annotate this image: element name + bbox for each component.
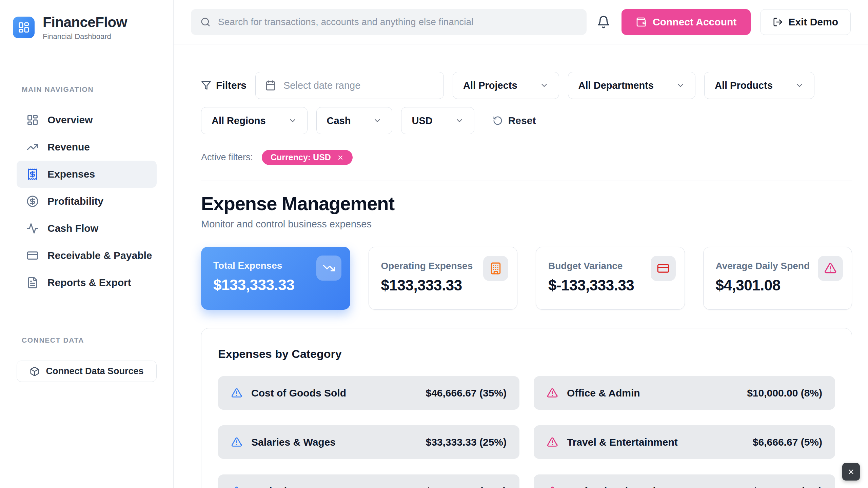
receipt-icon bbox=[26, 168, 39, 180]
filter-dropdown[interactable]: All Regions bbox=[201, 107, 308, 134]
reset-label: Reset bbox=[508, 115, 536, 126]
category-value: $46,666.67 (35%) bbox=[426, 387, 507, 399]
filter-row-2: All Regions Cash USD Reset bbox=[201, 107, 852, 134]
sidebar-nav: MAIN NAVIGATION Overview Revenue Expense… bbox=[0, 85, 173, 382]
metric-cards: Total Expenses $133,333.33 Operating Exp… bbox=[201, 247, 852, 310]
search-input[interactable] bbox=[218, 17, 577, 27]
date-range-placeholder: Select date range bbox=[283, 80, 360, 91]
expense-category-row: Marketing $20,000.00 (15%) bbox=[218, 474, 519, 488]
metric-icon-box bbox=[316, 256, 341, 281]
sidebar-item-expenses[interactable]: Expenses bbox=[17, 161, 157, 188]
box-icon bbox=[29, 366, 40, 377]
category-name: Cost of Goods Sold bbox=[251, 387, 346, 399]
expense-category-row: Office & Admin $10,000.00 (8%) bbox=[534, 376, 835, 410]
filter-icon bbox=[201, 80, 211, 90]
metric-card: Total Expenses $133,333.33 bbox=[201, 247, 350, 310]
bell-icon bbox=[597, 15, 610, 29]
filter-dropdown-value: Cash bbox=[327, 115, 351, 126]
calendar-icon bbox=[265, 80, 276, 91]
remove-filter-icon[interactable] bbox=[337, 154, 344, 161]
rotate-ccw-icon bbox=[493, 116, 503, 126]
notifications-button[interactable] bbox=[597, 15, 610, 29]
sidebar-item-label: Revenue bbox=[47, 141, 90, 153]
sidebar-item-revenue[interactable]: Revenue bbox=[17, 134, 157, 161]
alert-triangle-icon bbox=[231, 486, 242, 488]
category-value: $20,000.00 (15%) bbox=[426, 486, 507, 488]
search-icon bbox=[200, 17, 211, 27]
expense-category-row: Cost of Goods Sold $46,666.67 (35%) bbox=[218, 376, 519, 410]
exit-demo-button[interactable]: Exit Demo bbox=[760, 9, 851, 35]
alert-triangle-icon bbox=[231, 387, 242, 399]
filter-dropdown-value: All Regions bbox=[212, 115, 266, 126]
metric-card: Budget Variance $-133,333.33 bbox=[536, 247, 685, 310]
category-name: Office & Admin bbox=[567, 387, 640, 399]
connect-data-sources-button[interactable]: Connect Data Sources bbox=[17, 361, 157, 382]
page-content: Filters Select date range All Projects A… bbox=[174, 44, 868, 488]
alert-triangle-icon bbox=[547, 486, 558, 488]
sidebar-item-label: Overview bbox=[47, 114, 93, 126]
exit-demo-label: Exit Demo bbox=[788, 16, 838, 28]
activity-icon bbox=[26, 222, 39, 235]
sidebar-item-cash-flow[interactable]: Cash Flow bbox=[17, 215, 157, 242]
chevron-down-icon bbox=[373, 116, 382, 125]
sidebar-item-label: Profitability bbox=[47, 196, 103, 207]
active-filter-chip[interactable]: Currency: USD bbox=[262, 150, 353, 165]
chevron-down-icon bbox=[455, 116, 464, 125]
panel-title: Expenses by Category bbox=[218, 347, 835, 361]
search-bar[interactable] bbox=[191, 9, 587, 35]
section-divider bbox=[201, 181, 852, 181]
category-name: Travel & Entertainment bbox=[567, 436, 678, 448]
app-title: FinanceFlow bbox=[43, 14, 127, 30]
connect-account-button[interactable]: Connect Account bbox=[622, 9, 751, 35]
category-value: $33,333.33 (25%) bbox=[426, 436, 507, 448]
expense-category-row: Salaries & Wages $33,333.33 (25%) bbox=[218, 425, 519, 459]
app-root: FinanceFlow Financial Dashboard MAIN NAV… bbox=[0, 0, 868, 488]
building-icon bbox=[489, 262, 502, 275]
category-grid: Cost of Goods Sold $46,666.67 (35%) Offi… bbox=[218, 376, 835, 488]
app-subtitle: Financial Dashboard bbox=[43, 32, 127, 41]
category-name: Salaries & Wages bbox=[251, 436, 336, 448]
alert-triangle-icon bbox=[547, 387, 558, 399]
close-overlay-button[interactable] bbox=[842, 463, 860, 481]
filter-dropdown[interactable]: All Departments bbox=[568, 72, 695, 99]
filter-dropdown[interactable]: All Products bbox=[704, 72, 814, 99]
filter-dropdown[interactable]: USD bbox=[401, 107, 474, 134]
alert-triangle-icon bbox=[824, 262, 837, 275]
metric-icon-box bbox=[651, 256, 676, 281]
nav-list: Overview Revenue Expenses Profitability … bbox=[17, 106, 157, 296]
sidebar-item-profitability[interactable]: Profitability bbox=[17, 188, 157, 215]
active-filter-chip-label: Currency: USD bbox=[271, 152, 331, 162]
expense-category-row: Travel & Entertainment $6,666.67 (5%) bbox=[534, 425, 835, 459]
page-subtitle: Monitor and control business expenses bbox=[201, 219, 852, 230]
date-range-input[interactable]: Select date range bbox=[255, 72, 444, 99]
sidebar-item-label: Receivable & Payable bbox=[47, 250, 152, 261]
connect-section-heading: CONNECT DATA bbox=[17, 336, 157, 344]
sidebar-item-reports-export[interactable]: Reports & Export bbox=[17, 269, 157, 296]
main-area: Connect Account Exit Demo Filters Select… bbox=[174, 0, 868, 488]
filter-dropdown-value: All Projects bbox=[463, 80, 517, 91]
filter-dropdown[interactable]: Cash bbox=[316, 107, 393, 134]
log-out-icon bbox=[773, 17, 783, 27]
trending-down-icon bbox=[322, 262, 335, 274]
filter-dropdown-value: All Products bbox=[715, 80, 773, 91]
credit-card-icon bbox=[657, 262, 670, 275]
app-logo bbox=[13, 17, 35, 38]
page-title: Expense Management bbox=[201, 192, 852, 215]
sidebar-item-receivable-payable[interactable]: Receivable & Payable bbox=[17, 242, 157, 269]
sidebar-item-label: Cash Flow bbox=[47, 223, 98, 234]
sidebar-item-label: Reports & Export bbox=[47, 277, 131, 288]
filters-title: Filters bbox=[201, 80, 246, 91]
category-name: Professional Services bbox=[567, 486, 673, 488]
connect-account-label: Connect Account bbox=[653, 16, 736, 28]
dashboard-grid-icon bbox=[26, 114, 39, 126]
connect-data-sources-label: Connect Data Sources bbox=[46, 366, 143, 377]
chevron-down-icon bbox=[540, 81, 549, 90]
filter-dropdown[interactable]: All Projects bbox=[453, 72, 559, 99]
sidebar-item-label: Expenses bbox=[47, 168, 95, 180]
sidebar-item-overview[interactable]: Overview bbox=[17, 106, 157, 134]
reset-filters-button[interactable]: Reset bbox=[493, 115, 536, 126]
file-text-icon bbox=[26, 277, 39, 289]
brand-text: FinanceFlow Financial Dashboard bbox=[43, 14, 127, 41]
filter-dropdown-value: USD bbox=[412, 115, 432, 126]
metric-icon-box bbox=[818, 256, 843, 281]
